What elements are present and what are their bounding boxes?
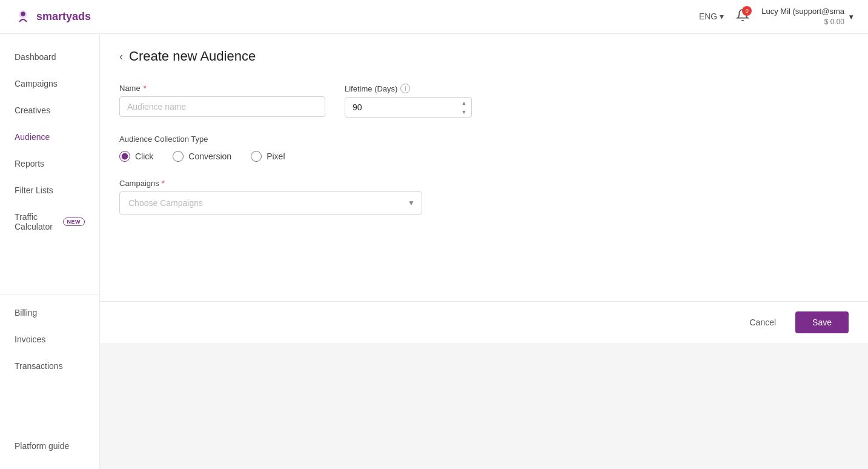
lifetime-increment-button[interactable]: ▲ bbox=[459, 99, 469, 107]
campaigns-label: Campaigns * bbox=[119, 179, 849, 188]
lifetime-input[interactable] bbox=[345, 97, 472, 118]
audience-type-radio-group: Click Conversion Pixel bbox=[119, 151, 849, 162]
name-label: Name * bbox=[119, 84, 325, 93]
sidebar-item-campaigns[interactable]: Campaigns bbox=[0, 70, 99, 97]
sidebar-label-dashboard: Dashboard bbox=[15, 52, 56, 62]
sidebar-label-transactions: Transactions bbox=[15, 361, 63, 371]
logo: smartyads bbox=[15, 8, 91, 25]
sidebar-label-billing: Billing bbox=[15, 308, 37, 318]
new-badge: NEW bbox=[63, 218, 85, 226]
lifetime-label: Lifetime (Days) i bbox=[345, 84, 472, 93]
radio-conversion[interactable]: Conversion bbox=[173, 151, 231, 162]
user-info[interactable]: Lucy Mil (support@sma $ 0.00 ▾ bbox=[761, 6, 853, 27]
svg-point-1 bbox=[21, 12, 25, 16]
name-lifetime-row: Name * Lifetime (Days) i ▲ ▼ bbox=[119, 84, 849, 118]
sidebar-label-campaigns: Campaigns bbox=[15, 79, 58, 88]
sidebar-item-creatives[interactable]: Creatives bbox=[0, 97, 99, 124]
campaigns-required-star: * bbox=[162, 179, 165, 188]
language-chevron: ▾ bbox=[720, 12, 724, 21]
sidebar-item-platform-guide[interactable]: Platform guide bbox=[0, 433, 99, 459]
audience-type-section: Audience Collection Type Click Conversio… bbox=[119, 135, 849, 162]
user-balance: $ 0.00 bbox=[761, 17, 844, 27]
radio-conversion-input[interactable] bbox=[173, 151, 184, 162]
name-required-star: * bbox=[144, 84, 147, 93]
radio-click-label: Click bbox=[135, 151, 153, 161]
sidebar-label-reports: Reports bbox=[15, 159, 44, 168]
notification-button[interactable]: 0 bbox=[736, 8, 749, 24]
name-field-group: Name * bbox=[119, 84, 325, 118]
logo-icon bbox=[15, 8, 31, 25]
radio-click[interactable]: Click bbox=[119, 151, 153, 162]
radio-click-input[interactable] bbox=[119, 151, 130, 162]
sidebar: Dashboard Campaigns Creatives Audience R… bbox=[0, 34, 100, 469]
campaigns-dropdown-wrap: Choose Campaigns ▼ bbox=[119, 191, 422, 215]
radio-pixel-label: Pixel bbox=[267, 151, 285, 161]
sidebar-item-billing[interactable]: Billing bbox=[0, 299, 99, 326]
sidebar-label-invoices: Invoices bbox=[15, 334, 45, 344]
sidebar-label-filter-lists: Filter Lists bbox=[15, 185, 53, 195]
campaigns-dropdown[interactable]: Choose Campaigns bbox=[119, 191, 422, 215]
save-button[interactable]: Save bbox=[795, 311, 849, 333]
form-footer: Cancel Save bbox=[100, 301, 868, 343]
notification-badge: 0 bbox=[742, 6, 752, 16]
radio-pixel-input[interactable] bbox=[251, 151, 262, 162]
page-title: Create new Audience bbox=[129, 48, 256, 64]
back-button[interactable]: ‹ bbox=[119, 51, 123, 62]
cancel-button[interactable]: Cancel bbox=[740, 313, 786, 332]
lifetime-field-group: Lifetime (Days) i ▲ ▼ bbox=[345, 84, 472, 118]
user-chevron: ▾ bbox=[849, 12, 853, 21]
sidebar-item-reports[interactable]: Reports bbox=[0, 150, 99, 177]
sidebar-item-transactions[interactable]: Transactions bbox=[0, 353, 99, 379]
sidebar-item-audience[interactable]: Audience bbox=[0, 124, 99, 150]
content-area: ‹ Create new Audience Name * Lifetime (D… bbox=[100, 34, 868, 469]
sidebar-label-creatives: Creatives bbox=[15, 105, 50, 115]
audience-type-label: Audience Collection Type bbox=[119, 135, 849, 144]
audience-name-input[interactable] bbox=[119, 96, 325, 117]
page-header: ‹ Create new Audience bbox=[119, 48, 849, 64]
campaigns-section: Campaigns * Choose Campaigns ▼ bbox=[119, 179, 849, 215]
user-name: Lucy Mil (support@sma bbox=[761, 6, 844, 17]
lifetime-input-wrap: ▲ ▼ bbox=[345, 97, 472, 118]
lifetime-decrement-button[interactable]: ▼ bbox=[459, 108, 469, 116]
sidebar-item-dashboard[interactable]: Dashboard bbox=[0, 44, 99, 70]
language-selector[interactable]: ENG ▾ bbox=[699, 12, 724, 21]
sidebar-bottom: Billing Invoices Transactions bbox=[0, 294, 99, 379]
language-label: ENG bbox=[699, 12, 717, 21]
header: smartyads ENG ▾ 0 Lucy Mil (support@sma … bbox=[0, 0, 868, 34]
lifetime-stepper: ▲ ▼ bbox=[459, 99, 469, 116]
user-details: Lucy Mil (support@sma $ 0.00 bbox=[761, 6, 844, 27]
main-layout: Dashboard Campaigns Creatives Audience R… bbox=[0, 34, 868, 469]
sidebar-label-audience: Audience bbox=[15, 132, 50, 142]
form-panel: ‹ Create new Audience Name * Lifetime (D… bbox=[100, 34, 868, 343]
sidebar-item-traffic-calculator[interactable]: Traffic Calculator NEW bbox=[0, 204, 99, 240]
sidebar-label-traffic-calculator: Traffic Calculator bbox=[15, 212, 57, 231]
lifetime-info-icon[interactable]: i bbox=[400, 84, 410, 93]
radio-conversion-label: Conversion bbox=[188, 151, 231, 161]
sidebar-label-platform-guide: Platform guide bbox=[15, 441, 69, 451]
header-right: ENG ▾ 0 Lucy Mil (support@sma $ 0.00 ▾ bbox=[699, 6, 853, 27]
radio-pixel[interactable]: Pixel bbox=[251, 151, 285, 162]
logo-text: smartyads bbox=[36, 10, 91, 23]
sidebar-item-filter-lists[interactable]: Filter Lists bbox=[0, 177, 99, 204]
sidebar-item-invoices[interactable]: Invoices bbox=[0, 326, 99, 353]
